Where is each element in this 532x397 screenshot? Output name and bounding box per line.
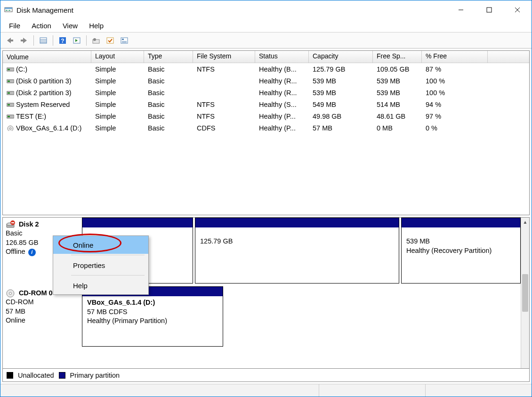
volume-pctfree: 94 % (422, 100, 488, 109)
minimize-button[interactable] (447, 0, 475, 19)
volume-filesystem: NTFS (193, 100, 255, 109)
app-icon (4, 6, 13, 14)
cdrom0-meta[interactable]: CD-ROM 0 CD-ROM 57 MB Online (4, 286, 82, 347)
col-volume[interactable]: Volume (3, 51, 91, 63)
volume-name-cell: (C:) (3, 65, 91, 74)
volume-pctfree: 97 % (422, 112, 488, 121)
col-capacity[interactable]: Capacity (309, 51, 373, 63)
col-freespace[interactable]: Free Sp... (373, 51, 422, 63)
forward-button[interactable] (17, 34, 31, 47)
col-layout[interactable]: Layout (91, 51, 144, 63)
volume-row[interactable]: (C:)SimpleBasicNTFSHealthy (B...125.79 G… (3, 63, 529, 75)
graphical-scrollbar[interactable]: ▲ (521, 218, 529, 368)
close-button[interactable] (503, 0, 532, 19)
info-icon[interactable]: i (28, 249, 36, 256)
volume-name: (Disk 2 partition 3) (16, 89, 72, 97)
disk-error-icon (6, 220, 15, 229)
legend: Unallocated Primary partition (2, 369, 530, 382)
volume-name-cell: (Disk 0 partition 3) (3, 76, 91, 86)
col-type[interactable]: Type (144, 51, 193, 63)
disk2-partition-3[interactable]: 539 MB Healthy (Recovery Partition) (401, 218, 521, 284)
col-pctfree[interactable]: % Free (422, 51, 488, 63)
show-hide-tree-button[interactable] (37, 34, 50, 47)
volume-name: (C:) (16, 65, 27, 73)
ctx-properties[interactable]: Properties (53, 256, 148, 274)
svg-rect-2 (6, 10, 8, 11)
disk2-part3-size: 539 MB (406, 237, 516, 246)
disk-row-cdrom0[interactable]: CD-ROM 0 CD-ROM 57 MB Online VBox_GAs_6.… (4, 286, 521, 347)
volume-name-cell: System Reserved (3, 100, 91, 109)
volume-row[interactable]: (Disk 0 partition 3)SimpleBasicHealthy (… (3, 75, 529, 87)
volume-name: System Reserved (16, 101, 70, 108)
window-title: Disk Management (16, 6, 73, 14)
title-bar: Disk Management (0, 0, 532, 19)
volume-body[interactable]: (C:)SimpleBasicNTFSHealthy (B...125.79 G… (3, 63, 529, 215)
menu-file[interactable]: File (4, 21, 25, 31)
volume-filesystem: NTFS (193, 112, 255, 121)
maximize-button[interactable] (475, 0, 503, 19)
list-button[interactable] (118, 34, 131, 47)
volume-name: TEST (E:) (16, 113, 46, 120)
context-menu: Online Properties Help (53, 235, 149, 295)
volume-capacity: 57 MB (309, 123, 373, 133)
volume-capacity: 49.98 GB (309, 112, 373, 121)
back-button[interactable] (3, 34, 16, 47)
menu-action[interactable]: Action (27, 21, 56, 31)
refresh-button[interactable] (70, 34, 83, 47)
volume-capacity: 549 MB (309, 100, 373, 109)
volume-row[interactable]: TEST (E:)SimpleBasicNTFSHealthy (P...49.… (3, 110, 529, 122)
scroll-up-icon[interactable]: ▲ (521, 218, 529, 226)
col-spacer (488, 51, 529, 63)
cdrom-icon (6, 289, 15, 298)
svg-rect-11 (21, 40, 23, 41)
disk2-part2-size: 125.79 GB (200, 237, 394, 246)
svg-rect-5 (487, 8, 492, 12)
volume-capacity: 539 MB (309, 88, 373, 97)
disk2-state: Offline (6, 248, 25, 255)
volume-freespace: 109.05 GB (373, 65, 422, 74)
volume-row[interactable]: (Disk 2 partition 3)SimpleBasicHealthy (… (3, 87, 529, 98)
apply-button[interactable] (104, 34, 117, 47)
swatch-primary (59, 372, 65, 379)
toolbar: ? (0, 32, 532, 49)
volume-name: (Disk 0 partition 3) (16, 77, 72, 85)
cdrom0-title: CD-ROM 0 (19, 289, 53, 297)
volume-list: Volume Layout Type File System Status Ca… (2, 50, 530, 215)
col-filesystem[interactable]: File System (193, 51, 255, 63)
volume-pctfree: 87 % (422, 65, 488, 74)
volume-name-cell: TEST (E:) (3, 112, 91, 121)
volume-freespace: 48.61 GB (373, 112, 422, 121)
volume-header: Volume Layout Type File System Status Ca… (3, 51, 529, 63)
volume-layout: Simple (91, 123, 144, 133)
volume-pctfree: 100 % (422, 88, 488, 97)
volume-row[interactable]: VBox_GAs_6.1.4 (D:)SimpleBasicCDFSHealth… (3, 122, 529, 134)
help-button[interactable]: ? (56, 34, 69, 47)
cdrom0-volume[interactable]: VBox_GAs_6.1.4 (D:) 57 MB CDFS Healthy (… (82, 286, 223, 347)
svg-marker-8 (7, 38, 11, 43)
volume-row[interactable]: System ReservedSimpleBasicNTFSHealthy (S… (3, 98, 529, 110)
svg-marker-10 (23, 38, 27, 43)
swatch-unallocated (7, 372, 13, 379)
volume-type: Basic (144, 88, 193, 97)
ctx-online[interactable]: Online (53, 236, 148, 254)
status-bar (0, 384, 532, 397)
svg-point-44 (9, 292, 12, 295)
volume-status: Healthy (R... (255, 76, 309, 86)
volume-name-cell: (Disk 2 partition 3) (3, 88, 91, 97)
volume-status: Healthy (R... (255, 88, 309, 97)
svg-marker-19 (75, 39, 78, 42)
volume-freespace: 539 MB (373, 88, 422, 97)
settings-button[interactable] (89, 34, 103, 47)
volume-filesystem (193, 80, 255, 82)
col-status[interactable]: Status (255, 51, 309, 63)
scroll-thumb[interactable] (522, 274, 528, 312)
volume-filesystem (193, 92, 255, 94)
cdrom0-vol-line2: 57 MB CDFS (87, 308, 218, 317)
menu-view[interactable]: View (58, 21, 82, 31)
disk2-partition-2[interactable]: 125.79 GB (195, 218, 399, 284)
menu-help[interactable]: Help (84, 21, 108, 31)
ctx-help[interactable]: Help (53, 276, 148, 294)
volume-type: Basic (144, 65, 193, 74)
svg-rect-9 (11, 40, 13, 41)
volume-name: VBox_GAs_6.1.4 (D:) (16, 124, 81, 132)
